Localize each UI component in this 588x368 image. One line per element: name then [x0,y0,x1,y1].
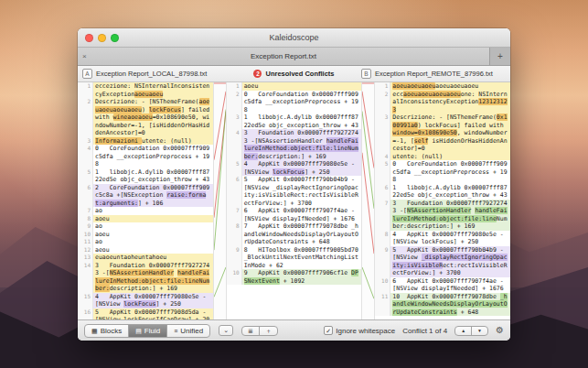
code-line[interactable]: 154 AppKit 0x00007fff79080e5e -[NSView l… [78,293,213,308]
unified-view-button[interactable]: ≡ Unified [167,325,209,337]
code-text: 5 AppKit 0x00007fff7908d5da -[NSView loc… [93,308,213,320]
pane-a-lines[interactable]: 1eccezione: NSInternalInconsistencyExcep… [78,82,213,319]
version-a-badge: A [82,69,92,79]
tab-close-icon[interactable]: × [82,53,87,60]
lines-icon: ≣ [248,328,253,334]
text-size-button[interactable]: ＋ [260,327,277,335]
line-number: 4 [375,153,390,161]
pane-b-lines[interactable]: 1aoeuaoeuaoeuaoeuaoeuaoeu2eccaoeuaoeuaoe… [375,82,510,319]
line-number: 10 [375,277,390,293]
code-line[interactable]: 3Descrizione: - [NSThemeFrame(0x100991a0… [375,114,510,153]
line-number: 4 [78,145,93,168]
chevron-up-icon: ▲ [461,328,465,334]
line-number: 8 [375,231,390,246]
code-line[interactable]: 3Informazioni utente: (null) [78,137,213,146]
file-header-left: A Exception Report_LOCAL_87998.txt [78,69,231,79]
conflict-count-badge: 2 [253,70,262,78]
code-line[interactable]: 1aoeu [227,82,362,91]
code-line[interactable]: 1aoeuaoeuaoeuaoeuaoeuaoeu [375,82,510,91]
zoom-button[interactable] [111,34,119,42]
code-line[interactable]: 62 CoreFoundation 0x00007fff909c5c8a +[N… [78,184,213,208]
conflict-summary-label: Unresolved Conflicts [265,70,334,78]
code-line: 87 AppKit 0x00007fff79078dbe _handleWind… [227,222,362,246]
code-line: 10aoeu [78,231,213,239]
code-text: 9 AppKit 0x00007fff7906cf1e DPSNextEvent… [242,269,362,285]
line-number: 3 [78,137,93,146]
line-number: 1 [78,82,93,98]
code-text: 4 AppKit 0x00007fff79080e5e -[NSView loc… [242,160,362,176]
code-text: 4 AppKit 0x00007fff79080e5e -[NSView loc… [93,293,213,308]
line-number: 13 [78,254,93,262]
code-line[interactable]: 1110 AppKit 0x00007fff79078dbe _handleWi… [375,293,510,317]
minimize-button[interactable] [98,34,106,42]
previous-conflict-button[interactable]: ▲ [455,327,472,335]
line-number: 7 [78,207,93,215]
code-text: 0 CoreFoundation 0x00007fff909c5dfa __ex… [390,160,510,184]
plus-icon: + [497,51,503,61]
code-text: 10 AppKit 0x00007fff79078dbe _handleWind… [390,293,510,317]
line-number: 3 [375,114,390,153]
next-conflict-button[interactable]: ▼ [472,327,487,335]
code-text: 3 Foundation 0x00007fff79272743 -[NSAsse… [93,262,213,293]
view-options-dropdown[interactable]: ⌄ [219,325,233,336]
code-line: 76 AppKit 0x00007fff7907f4ae -[NSView di… [227,207,362,222]
code-line: 31 libobjc.A.dylib 0x00007fff8722ed5e ob… [227,114,362,129]
code-line: 7ao [78,207,213,215]
code-line[interactable]: 43 Foundation 0x00007fff79272743 -[NSAss… [227,129,362,160]
code-text: 4 AppKit 0x00007fff79080e5e -[NSView loc… [390,231,510,246]
fluid-label: Fluid [144,327,160,335]
code-line[interactable]: 4utente: (null) [375,153,510,161]
code-line: 51 libobjc.A.dylib 0x00007fff8722ed5e ob… [78,168,213,184]
window-title: Kaleidoscope [269,33,318,42]
line-number: 2 [227,91,242,114]
code-line[interactable]: 1eccezione: NSInternalInconsistencyExcep… [78,82,213,98]
code-text: aoeu [93,231,213,239]
fluid-icon: ▤ [135,328,142,334]
code-line[interactable]: 109 AppKit 0x00007fff7906cf1e DPSNextEve… [227,269,362,285]
code-text: 5 AppKit 0x00007fff790b04b9 -[NSView _di… [242,176,362,207]
code-line[interactable]: 2eccaoeuaoeuaoeuaoeuone: NSInternalIncon… [375,91,510,114]
code-line[interactable]: 13euaoeuntaoheuntahoeu [78,254,213,262]
code-text: eccezione: NSInternalInconsistencyExcept… [93,82,213,98]
code-line[interactable]: 73 Foundation 0x00007fff79272743 -[NSAss… [375,200,510,231]
fluid-view-button[interactable]: ▤ Fluid [129,325,167,337]
code-line[interactable]: 54 AppKit 0x00007fff79080e5e -[NSView lo… [227,160,362,176]
ignore-whitespace-checkbox[interactable]: ✓ Ignore whitespace [324,326,395,335]
code-text: 2 CoreFoundation 0x00007fff909c5c8a +[NS… [93,184,213,208]
traffic-lights [85,28,119,47]
code-text: 1 libobjc.A.dylib 0x00007fff8722ed5e obj… [242,114,362,129]
code-line[interactable]: 143 Foundation 0x00007fff79272743 -[NSAs… [78,262,213,293]
code-line[interactable]: 2Descrizione: - [NSThemeFrame(aoeuaoeuao… [78,98,213,137]
code-line: 84 AppKit 0x00007fff79080e5e -[NSView lo… [375,231,510,246]
code-text: 5 AppKit 0x00007fff790b04b9 -[NSView _di… [390,246,510,277]
line-wrap-toggle[interactable]: ≣ [242,327,260,335]
code-text: aoeuaoeuaoeuaoeuaoeuaoeu [390,82,510,91]
line-number: 7 [227,207,242,222]
code-text: aoeu [242,82,362,91]
code-text: 0 CoreFoundation 0x00007fff909c5dfa __ex… [93,145,213,168]
code-text: ao [93,207,213,215]
close-button[interactable] [85,34,93,42]
line-number: 2 [78,98,93,137]
code-line: 98 HIToolbox 0x00007fff9005bd70 _BlockUn… [227,246,362,270]
file-b-name: Exception Report_REMOTE_87996.txt [375,70,493,78]
line-number: 8 [227,222,242,246]
line-number: 2 [375,91,390,114]
checkbox-check-icon[interactable]: ✓ [324,326,333,335]
blocks-view-button[interactable]: ▦ Blocks [85,325,129,337]
pane-base-lines[interactable]: 1aoeu20 CoreFoundation 0x00007fff909c5df… [227,82,362,319]
new-tab-button[interactable]: + [490,48,510,65]
code-line[interactable]: 95 AppKit 0x00007fff790b04b9 -[NSView _d… [375,246,510,277]
code-line[interactable]: 165 AppKit 0x00007fff7908d5da -[NSView l… [78,308,213,320]
text-display-segmented-control: ≣ ＋ [241,326,278,336]
line-number: 9 [78,222,93,231]
code-text: 1 libobjc.A.dylib 0x00007fff8722ed5e obj… [93,168,213,184]
merge-settings-button[interactable]: ⚙ [496,326,504,335]
window-titlebar[interactable]: Kaleidoscope [78,28,510,48]
line-number: 16 [78,308,93,320]
code-text: 6 AppKit 0x00007fff7907f4ae -[NSView dis… [390,277,510,293]
view-mode-segmented-control: ▦ Blocks ▤ Fluid ≡ Unified [84,324,210,338]
tab-exception-report[interactable]: × Exception Report.txt [78,48,490,65]
line-number: 4 [227,129,242,160]
code-line[interactable]: 8aoeu [78,215,213,223]
